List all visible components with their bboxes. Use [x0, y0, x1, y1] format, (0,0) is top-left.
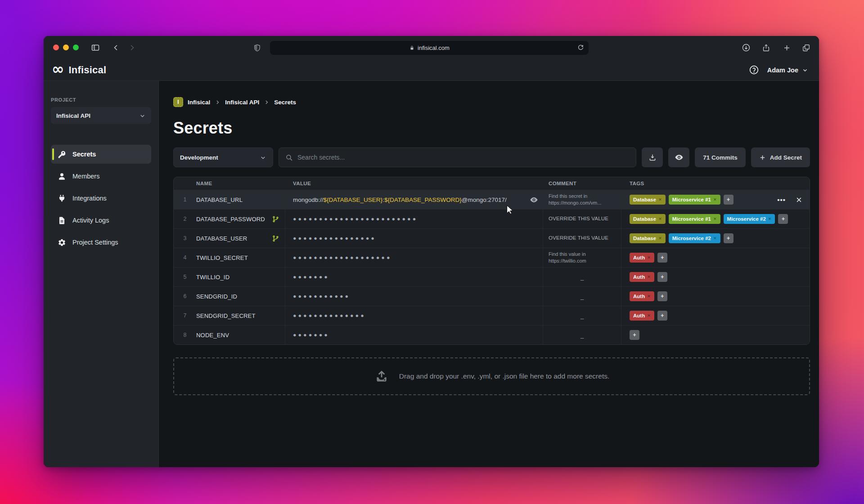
help-icon[interactable] [749, 65, 759, 75]
reload-icon[interactable] [577, 44, 585, 51]
zoom-window-button[interactable] [73, 45, 79, 50]
download-secrets-button[interactable] [642, 147, 663, 167]
tag-chip[interactable]: Microservice #1✕ [669, 195, 720, 205]
table-row[interactable]: 2DATABASE_PASSWORD●●●●●●●●●●●●●●●●●●●●●●… [174, 209, 810, 228]
breadcrumb-item[interactable]: Secrets [274, 99, 296, 106]
tag-chip[interactable]: Auth✕ [630, 291, 654, 301]
tag-remove-icon[interactable]: ✕ [647, 294, 651, 299]
secret-value-cell[interactable]: ●●●●●●● [285, 268, 543, 286]
comment-cell[interactable]: Find this secret in https://mongo.com/vm… [543, 190, 621, 209]
tag-chip[interactable]: Database✕ [630, 233, 666, 243]
comment-cell[interactable]: Find this value in https://twillio.com [543, 248, 621, 267]
tag-remove-icon[interactable]: ✕ [658, 236, 662, 241]
tag-remove-icon[interactable]: ✕ [768, 217, 772, 221]
secret-name-cell[interactable]: 8NODE_ENV [174, 326, 285, 344]
secret-value-text: mongodb://${DATABASE_USER}:${DATABASE_PA… [293, 196, 527, 203]
row-number: 4 [174, 254, 196, 261]
tag-chip[interactable]: Database✕ [630, 214, 666, 224]
tag-chip[interactable]: Auth✕ [630, 272, 654, 282]
table-row[interactable]: 6SENDGRID_ID●●●●●●●●●●●_Auth✕+ [174, 286, 810, 306]
tag-remove-icon[interactable]: ✕ [658, 197, 662, 202]
secret-name-cell[interactable]: 2DATABASE_PASSWORD [174, 210, 285, 228]
eye-icon[interactable] [530, 196, 538, 204]
row-number: 2 [174, 216, 196, 222]
secret-value-cell[interactable]: ●●●●●●● [285, 326, 543, 344]
secret-name-cell[interactable]: 7SENDGRID_SECRET [174, 306, 285, 325]
reveal-values-button[interactable] [668, 147, 689, 167]
table-row[interactable]: 3DATABASE_USER●●●●●●●●●●●●●●●●OVERRIDE T… [174, 228, 810, 248]
sidebar-item-project-settings[interactable]: Project Settings [51, 233, 151, 252]
tag-chip[interactable]: Microservice #2✕ [669, 233, 720, 243]
secret-value-cell[interactable]: ●●●●●●●●●●● [285, 287, 543, 306]
secret-value-cell[interactable]: ●●●●●●●●●●●●●● [285, 306, 543, 325]
file-dropzone[interactable]: Drag and drop your .env, .yml, or .json … [173, 357, 810, 395]
tag-remove-icon[interactable]: ✕ [713, 197, 717, 202]
add-tag-button[interactable]: + [657, 311, 667, 321]
tag-remove-icon[interactable]: ✕ [647, 255, 651, 260]
secret-value-cell[interactable]: ●●●●●●●●●●●●●●●●●●● [285, 248, 543, 267]
secret-name-cell[interactable]: 1DATABASE_URL [174, 190, 285, 209]
sidebar-item-integrations[interactable]: Integrations [51, 189, 151, 208]
forward-icon[interactable] [126, 42, 138, 54]
secret-name-cell[interactable]: 4TWILLIO_SECRET [174, 248, 285, 267]
breadcrumb-item[interactable]: Infisical [188, 99, 210, 106]
comment-cell[interactable]: _ [543, 326, 621, 344]
comment-cell[interactable]: OVERRIDE THIS VALUE [543, 229, 621, 248]
url-bar[interactable]: infisical.com [270, 41, 589, 55]
tag-chip[interactable]: Microservice #2✕ [724, 214, 775, 224]
tag-remove-icon[interactable]: ✕ [713, 217, 717, 221]
tag-chip[interactable]: Auth✕ [630, 253, 654, 263]
search-input[interactable] [297, 154, 630, 161]
new-tab-icon[interactable] [781, 42, 792, 54]
add-tag-button[interactable]: + [657, 272, 667, 282]
user-menu[interactable]: Adam Joe [767, 67, 808, 74]
breadcrumb-item[interactable]: Infisical API [225, 99, 259, 106]
add-tag-button[interactable]: + [724, 233, 734, 243]
table-row[interactable]: 4TWILLIO_SECRET●●●●●●●●●●●●●●●●●●●Find t… [174, 248, 810, 267]
add-tag-button[interactable]: + [724, 195, 734, 205]
back-icon[interactable] [110, 42, 122, 54]
environment-select[interactable]: Development [173, 147, 273, 167]
tab-overview-icon[interactable] [800, 42, 812, 54]
comment-cell[interactable]: OVERRIDE THIS VALUE [543, 210, 621, 228]
secret-name-cell[interactable]: 6SENDGRID_ID [174, 287, 285, 306]
add-tag-button[interactable]: + [657, 291, 667, 301]
secret-value-cell[interactable]: ●●●●●●●●●●●●●●●● [285, 229, 543, 248]
add-tag-button[interactable]: + [630, 330, 639, 340]
sidebar-toggle-icon[interactable] [90, 42, 101, 54]
comment-cell[interactable]: _ [543, 287, 621, 306]
chevron-right-icon [215, 99, 220, 105]
project-select[interactable]: Infisical API [51, 107, 151, 124]
commits-button[interactable]: 71 Commits [695, 147, 746, 167]
privacy-shield-icon[interactable] [251, 42, 263, 54]
sidebar-item-activity-logs[interactable]: Activity Logs [51, 211, 151, 230]
sidebar-item-secrets[interactable]: Secrets [51, 145, 151, 164]
minimize-window-button[interactable] [63, 45, 69, 50]
share-icon[interactable] [760, 42, 772, 54]
sidebar-item-members[interactable]: Members [51, 167, 151, 186]
add-secret-button[interactable]: Add Secret [751, 147, 810, 167]
tag-remove-icon[interactable]: ✕ [658, 217, 662, 221]
secret-name-cell[interactable]: 5TWILLIO_ID [174, 268, 285, 286]
downloads-icon[interactable] [740, 42, 752, 54]
table-row[interactable]: 8NODE_ENV●●●●●●●_+ [174, 325, 810, 344]
tag-remove-icon[interactable]: ✕ [647, 313, 651, 318]
table-row[interactable]: 5TWILLIO_ID●●●●●●●_Auth✕+ [174, 267, 810, 286]
comment-cell[interactable]: _ [543, 306, 621, 325]
close-row-icon[interactable] [796, 196, 802, 203]
add-tag-button[interactable]: + [657, 253, 667, 263]
tag-chip[interactable]: Database✕ [630, 195, 666, 205]
secret-value-cell[interactable]: ●●●●●●●●●●●●●●●●●●●●●●●● [285, 210, 543, 228]
more-options-icon[interactable]: ••• [777, 196, 786, 204]
secret-value-cell[interactable]: mongodb://${DATABASE_USER}:${DATABASE_PA… [285, 190, 543, 209]
tag-remove-icon[interactable]: ✕ [713, 236, 717, 241]
table-row[interactable]: 1DATABASE_URLmongodb://${DATABASE_USER}:… [174, 190, 810, 209]
tag-chip[interactable]: Microservice #1✕ [669, 214, 720, 224]
close-window-button[interactable] [53, 45, 59, 50]
tag-remove-icon[interactable]: ✕ [647, 275, 651, 279]
add-tag-button[interactable]: + [778, 214, 788, 224]
comment-cell[interactable]: _ [543, 268, 621, 286]
tag-chip[interactable]: Auth✕ [630, 311, 654, 321]
table-row[interactable]: 7SENDGRID_SECRET●●●●●●●●●●●●●●_Auth✕+ [174, 306, 810, 325]
secret-name-cell[interactable]: 3DATABASE_USER [174, 229, 285, 248]
